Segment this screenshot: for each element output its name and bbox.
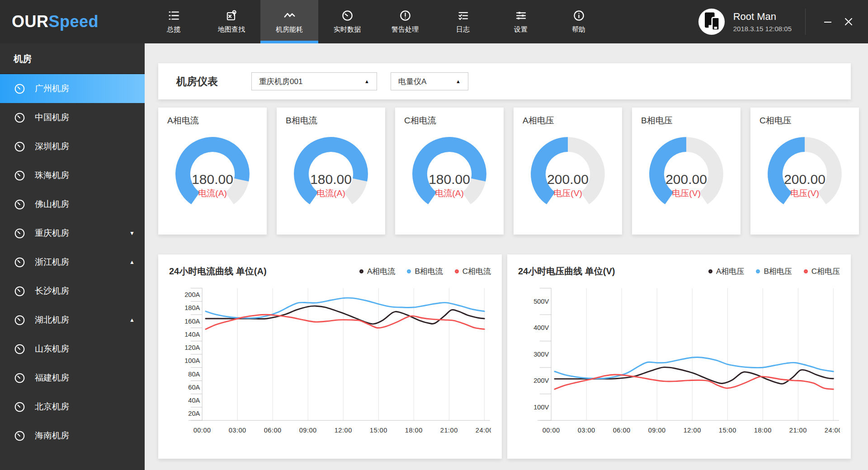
caret-up-icon[interactable]: ▲ [129,259,135,265]
gauge-icon [14,285,26,297]
legend-item[interactable]: B相电流 [407,266,443,277]
svg-text:120A: 120A [184,344,200,351]
svg-text:15:00: 15:00 [370,427,387,434]
datetime: 2018.3.15 12:08:05 [733,25,792,33]
sidebar-item-label: 佛山机房 [35,198,69,210]
gauge-value: 200.00 [784,172,826,187]
sidebar: 机房 广州机房中国机房深圳机房珠海机房佛山机房重庆机房▼浙江机房▲长沙机房湖北机… [0,43,145,470]
nav-tab-label: 机房能耗 [276,25,303,34]
gauge-grid: A相电流180.00电流(A)B相电流180.00电流(A)C相电流180.00… [158,108,851,235]
gauge-card-6: C相电压200.00电压(V) [750,108,859,235]
minimize-button[interactable] [817,11,838,32]
sidebar-item-7[interactable]: 浙江机房▲ [0,248,145,277]
nav-tab-4[interactable]: 实时数据 [318,0,376,43]
user-box: Root Man 2018.3.15 12:08:05 [698,0,792,43]
sidebar-item-10[interactable]: 山东机房 [0,334,145,363]
gauge-icon [14,343,26,355]
gauge-title: B相电流 [286,115,376,127]
panel-title: 机房仪表 [176,75,218,89]
sidebar-item-11[interactable]: 福建机房 [0,363,145,392]
sidebar-item-1[interactable]: 广州机房 [0,74,145,103]
legend-item[interactable]: C相电压 [804,266,840,277]
meter-select[interactable]: 电量仪A ▲ [391,72,468,90]
nav-tab-label: 地图查找 [218,25,245,34]
svg-text:12:00: 12:00 [335,427,352,434]
minimize-icon [822,16,833,27]
top-bar: OURSpeed 总揽地图查找机房能耗实时数据警告处理日志设置帮助 Root M… [0,0,868,43]
sidebar-item-label: 浙江机房 [35,256,69,268]
sidebar-item-label: 长沙机房 [35,285,69,297]
line-chart-svg: 200A180A160A140A120A100A80A60A40A20A00:0… [169,282,491,437]
alert-icon [399,9,411,22]
sidebar-item-8[interactable]: 长沙机房 [0,277,145,306]
svg-text:100A: 100A [184,357,200,364]
sidebar-item-label: 海南机房 [35,430,69,442]
legend-item[interactable]: A相电压 [708,266,744,277]
svg-text:80A: 80A [188,371,200,378]
sidebar-item-list: 广州机房中国机房深圳机房珠海机房佛山机房重庆机房▼浙江机房▲长沙机房湖北机房▲山… [0,74,145,450]
legend-ring-icon [804,269,808,273]
sliders-icon [515,9,527,22]
legend-item[interactable]: B相电压 [756,266,792,277]
sidebar-item-12[interactable]: 北京机房 [0,392,145,421]
nav-tab-label: 日志 [456,25,470,34]
caret-up-icon: ▲ [456,79,461,84]
divider [805,9,806,35]
legend-label: C相电流 [462,266,491,277]
gauge-value: 200.00 [665,172,707,187]
legend-item[interactable]: A相电流 [359,266,395,277]
chart-card-2: 24小时电压曲线 单位(V)A相电压B相电压C相电压500V400V300V20… [507,254,851,459]
nav-tab-5[interactable]: 警告处理 [376,0,434,43]
sidebar-item-5[interactable]: 佛山机房 [0,190,145,219]
gauge-title: A相电流 [167,115,258,127]
svg-text:06:00: 06:00 [264,427,282,434]
logo-speed: Speed [49,12,99,31]
sidebar-item-4[interactable]: 珠海机房 [0,161,145,190]
nav-tab-label: 警告处理 [392,25,419,34]
sidebar-item-9[interactable]: 湖北机房▲ [0,306,145,334]
legend-label: A相电压 [716,266,744,277]
sidebar-item-2[interactable]: 中国机房 [0,103,145,132]
svg-text:09:00: 09:00 [648,427,666,434]
svg-text:24:00: 24:00 [476,427,491,434]
gauge-chart: 200.00电压(V) [760,134,850,214]
app-logo: OURSpeed [0,0,145,43]
sidebar-item-3[interactable]: 深圳机房 [0,132,145,161]
gauge-title: A相电压 [523,115,613,127]
main-nav: 总揽地图查找机房能耗实时数据警告处理日志设置帮助 [145,0,608,43]
gauge-icon [14,401,26,413]
svg-text:06:00: 06:00 [613,427,631,434]
legend-item[interactable]: C相电流 [455,266,491,277]
sidebar-item-6[interactable]: 重庆机房▼ [0,219,145,248]
legend-label: B相电流 [415,266,443,277]
map-icon [226,9,238,22]
user-name: Root Man [733,11,792,23]
avatar[interactable] [698,8,725,35]
gauge-value: 200.00 [547,172,589,187]
gauge-value: 180.00 [429,172,470,187]
line-chart: 500V400V300V200V100V00:0003:0006:0009:00… [518,282,840,437]
nav-tab-3[interactable]: 机房能耗 [260,0,318,43]
gauge-card-4: A相电压200.00电压(V) [514,108,622,235]
sidebar-item-label: 北京机房 [35,401,69,413]
nav-tab-8[interactable]: 帮助 [550,0,608,43]
nav-tab-label: 总揽 [167,25,180,34]
room-select[interactable]: 重庆机房001 ▲ [251,72,377,90]
gauge-unit: 电压(V) [553,188,582,198]
main-content: 机房仪表 重庆机房001 ▲ 电量仪A ▲ A相电流180.00电流(A)B相电… [145,43,868,470]
svg-text:21:00: 21:00 [789,427,807,434]
nav-tab-1[interactable]: 总揽 [145,0,203,43]
sidebar-item-13[interactable]: 海南机房 [0,421,145,450]
nav-tab-6[interactable]: 日志 [434,0,492,43]
svg-text:24:00: 24:00 [825,427,840,434]
caret-down-icon[interactable]: ▼ [129,230,135,236]
close-button[interactable] [838,11,859,32]
svg-text:300V: 300V [533,351,549,358]
gauge-card-1: A相电流180.00电流(A) [158,108,267,235]
caret-up-icon: ▲ [364,79,369,84]
nav-tab-2[interactable]: 地图查找 [203,0,260,43]
gauge-title: B相电压 [641,115,731,127]
caret-up-icon[interactable]: ▲ [129,317,135,323]
gauge-icon [14,314,26,326]
nav-tab-7[interactable]: 设置 [492,0,550,43]
